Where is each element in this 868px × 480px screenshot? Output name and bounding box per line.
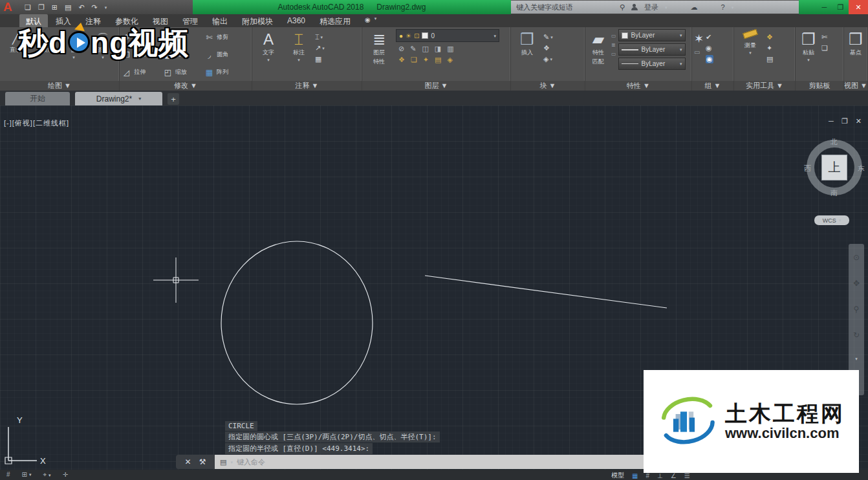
text-tool[interactable]: A 文字 ▾ <box>254 29 283 81</box>
file-tab-dropdown-icon[interactable]: ▾ <box>138 96 141 101</box>
panel-annotation-label[interactable]: 注释 ▼ <box>252 81 362 91</box>
panel-utilities-label[interactable]: 实用工具 ▼ <box>734 81 795 91</box>
persp-toggle[interactable]: ⊥ <box>657 472 663 479</box>
ortho-dropdown-icon[interactable]: ▾ <box>49 473 51 477</box>
block-attributes-tool[interactable]: ◈ ▾ <box>543 55 553 63</box>
layer-dropdown-icon[interactable]: ▾ <box>494 34 496 38</box>
command-input[interactable]: ▤ ▾ 键入命令 <box>215 455 645 469</box>
undo-icon[interactable]: ↶ <box>78 3 84 12</box>
properties-mini-icon[interactable]: ▭ <box>611 33 616 39</box>
new-icon[interactable]: ❏ <box>25 3 31 12</box>
layer-state-icon[interactable]: ◫ <box>422 45 428 53</box>
leader-tool[interactable]: ↗ ▾ <box>315 44 325 52</box>
block-attr-dropdown-icon[interactable]: ▾ <box>550 57 552 61</box>
fillet-tool[interactable]: ◞ 圆角 <box>202 46 244 63</box>
search-input[interactable]: 键入关键字或短语 <box>516 3 613 12</box>
ribbon-minimize-icon[interactable]: ◉ <box>365 16 371 27</box>
plot-icon[interactable]: ▤ <box>65 3 71 12</box>
snap-mode-toggle[interactable]: # <box>646 472 649 479</box>
close-button[interactable]: ✕ <box>849 0 868 14</box>
linear-dim-dropdown-icon[interactable]: ▾ <box>321 35 323 39</box>
edit-block-tool[interactable]: ❖ <box>543 44 553 52</box>
layer-dropdown[interactable]: ● ☀ ⊡ 0 ▾ <box>396 29 499 42</box>
linetype-dropdown[interactable]: ByLayer ▾ <box>618 43 686 56</box>
quick-calc-tool[interactable]: ▤ <box>766 55 773 63</box>
scale-tool[interactable]: ◰ 缩放 <box>161 63 202 81</box>
ungroup-icon[interactable]: ▭ <box>694 49 704 56</box>
command-close-icon[interactable]: ✕ <box>185 457 191 466</box>
autocad-logo-icon[interactable]: A <box>0 0 19 14</box>
panel-draw-label[interactable]: 绘图 ▼ <box>0 81 119 91</box>
trim-tool[interactable]: ✄ 修剪 <box>202 28 244 46</box>
group-edit-tool[interactable]: ✔ <box>706 33 713 41</box>
create-block-dropdown-icon[interactable]: ▾ <box>550 35 553 39</box>
leader-dropdown-icon[interactable]: ▾ <box>322 46 325 50</box>
quick-select-tool[interactable]: ❖ <box>766 33 773 41</box>
layer-on-bulb-icon[interactable]: ● <box>399 32 403 39</box>
grid-display-toggle[interactable]: ▦ <box>632 472 638 479</box>
properties-mini-icon[interactable]: ≣ <box>611 42 616 48</box>
layer-tool-icon[interactable]: ◈ <box>447 56 452 64</box>
layer-tool-icon[interactable]: ▤ <box>435 56 441 64</box>
panel-layers-label[interactable]: 图层 ▼ <box>362 81 510 91</box>
base-view-tool[interactable]: ❒ 基点 <box>846 29 865 81</box>
signin-label[interactable]: 登录 <box>644 3 658 12</box>
signin-person-icon[interactable] <box>631 4 638 10</box>
tab-output[interactable]: 输出 <box>206 14 234 27</box>
panel-view-label[interactable]: 视图 ▼ <box>844 81 867 91</box>
object-color-dropdown[interactable]: ByLayer ▾ <box>618 29 686 41</box>
open-icon[interactable]: ❐ <box>38 3 45 12</box>
status-menu-icon[interactable]: ☰ <box>684 472 690 479</box>
layer-freeze-sun-icon[interactable]: ☀ <box>406 32 411 39</box>
measure-dropdown-icon[interactable]: ▾ <box>749 50 752 55</box>
layer-lock-icon[interactable]: ⊡ <box>414 32 419 39</box>
qat-dropdown-icon[interactable]: ▾ <box>105 5 107 10</box>
create-block-tool[interactable]: ✎ ▾ <box>543 33 553 41</box>
panel-modify-label[interactable]: 修改 ▼ <box>120 81 252 91</box>
measure-tool[interactable]: 测量 ▾ <box>736 29 765 81</box>
snap-dropdown-icon[interactable]: ▾ <box>29 472 32 477</box>
restore-button[interactable]: ❐ <box>832 0 849 14</box>
layer-tool-icon[interactable]: ❏ <box>411 56 417 64</box>
panel-clipboard-label[interactable]: 剪贴板 <box>796 81 843 91</box>
file-tab-start[interactable]: 开始 <box>5 92 70 105</box>
copy-clip-tool[interactable]: ❏ <box>821 44 828 52</box>
paste-tool[interactable]: ❐ 粘贴 ▾ <box>797 29 819 81</box>
paste-dropdown-icon[interactable]: ▾ <box>807 58 810 62</box>
group-selection-toggle[interactable]: ◉ <box>706 55 713 63</box>
command-recent-dropdown-icon[interactable]: ▾ <box>230 460 233 464</box>
array-tool[interactable]: ▦ 阵列 <box>202 63 244 81</box>
a360-cloud-icon[interactable]: ☁ <box>691 3 698 12</box>
table-tool[interactable]: ▦ <box>315 55 325 63</box>
drawn-line[interactable] <box>425 276 667 308</box>
command-customize-wrench-icon[interactable]: ⚒ <box>199 457 206 466</box>
linear-dim-tool[interactable]: ⌶ ▾ <box>315 33 325 41</box>
panel-groups-label[interactable]: 组 ▼ <box>692 81 733 91</box>
model-space-button[interactable]: 模型 <box>611 471 624 480</box>
lineweight-dropdown[interactable]: ByLayer ▾ <box>618 58 686 70</box>
help-dropdown-icon[interactable]: ▾ <box>732 5 734 10</box>
layer-state-icon[interactable]: ▥ <box>447 45 453 53</box>
tab-a360[interactable]: A360 <box>281 14 312 27</box>
point-tool[interactable]: ✦ <box>766 44 773 52</box>
command-recent-icon[interactable]: ▤ <box>220 458 226 466</box>
ortho-toggle[interactable]: ⌖ ▾ <box>43 471 50 479</box>
stretch-tool[interactable]: ◿ 拉伸 <box>120 63 161 81</box>
layer-state-icon[interactable]: ◨ <box>435 45 441 53</box>
save-icon[interactable]: ⊞ <box>52 3 58 12</box>
panel-block-label[interactable]: 块 ▼ <box>511 81 585 91</box>
layer-color-swatch[interactable] <box>422 32 428 39</box>
ribbon-minimize-dropdown-icon[interactable]: ▾ <box>374 16 377 27</box>
text-dropdown-icon[interactable]: ▾ <box>267 58 270 62</box>
match-properties-tool[interactable]: ▰ 特性 匹配 <box>587 29 609 81</box>
search-icon[interactable]: ⚲ <box>620 3 625 12</box>
help-icon[interactable]: ? <box>721 3 725 11</box>
linetype-dropdown-icon[interactable]: ▾ <box>680 47 682 52</box>
properties-mini-icon[interactable]: ▭ <box>611 51 616 57</box>
color-dropdown-icon[interactable]: ▾ <box>680 33 682 38</box>
panel-properties-label[interactable]: 特性 ▼ <box>585 81 691 91</box>
redo-icon[interactable]: ↷ <box>92 3 98 12</box>
infer-constraints-toggle[interactable]: # <box>6 471 10 478</box>
layer-tool-icon[interactable]: ✦ <box>423 56 429 64</box>
layer-properties-tool[interactable]: ≣ 图层 特性 <box>364 29 394 81</box>
